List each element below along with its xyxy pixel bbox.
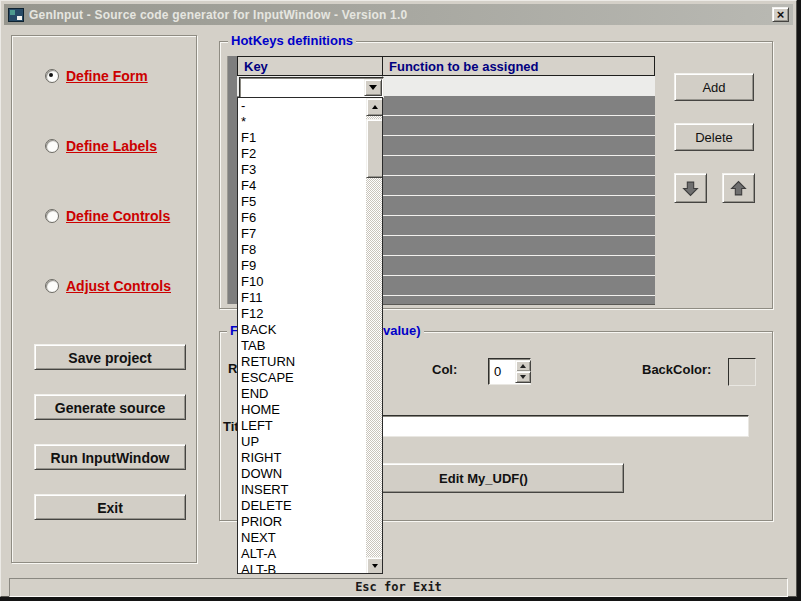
- scrollbar-down-button[interactable]: [366, 557, 383, 574]
- radio-define-labels[interactable]: Define Labels: [45, 138, 157, 154]
- window-title: GenInput - Source code generator for Inp…: [29, 8, 407, 22]
- grid-row-function-cell[interactable]: [382, 76, 655, 96]
- app-window: GenInput - Source code generator for Inp…: [0, 0, 797, 597]
- col-spinner-value: 0: [491, 361, 501, 382]
- title-bar[interactable]: GenInput - Source code generator for Inp…: [4, 4, 793, 25]
- dropdown-item[interactable]: ALT-A: [238, 546, 382, 562]
- scrollbar-thumb[interactable]: [366, 119, 383, 178]
- spinner-down-icon: [520, 375, 526, 382]
- scroll-up-icon: [372, 102, 378, 109]
- close-button[interactable]: ×: [772, 7, 789, 22]
- key-dropdown-list: -*F1F2F3F4F5F6F7F8F9F10F11F12BACKTABRETU…: [237, 97, 383, 574]
- dropdown-item[interactable]: F3: [238, 162, 382, 178]
- radio-label: Define Labels: [66, 138, 157, 154]
- run-inputwindow-button[interactable]: Run InputWindow: [34, 444, 186, 470]
- radio-icon[interactable]: [45, 69, 59, 83]
- backcolor-swatch[interactable]: [728, 358, 756, 386]
- radio-label: Adjust Controls: [66, 278, 171, 294]
- exit-button[interactable]: Exit: [34, 494, 186, 520]
- dropdown-item[interactable]: F5: [238, 194, 382, 210]
- scroll-down-icon: [372, 564, 378, 571]
- radio-label: Define Form: [66, 68, 148, 84]
- dropdown-item[interactable]: RIGHT: [238, 450, 382, 466]
- col-spinner[interactable]: 0: [488, 358, 531, 385]
- key-combobox[interactable]: [239, 77, 384, 98]
- arrow-up-icon: [730, 180, 747, 197]
- generate-source-button[interactable]: Generate source: [34, 394, 186, 420]
- dropdown-item[interactable]: DELETE: [238, 498, 382, 514]
- dropdown-item[interactable]: TAB: [238, 338, 382, 354]
- radio-adjust-controls[interactable]: Adjust Controls: [45, 278, 171, 294]
- move-down-button[interactable]: [674, 173, 707, 203]
- grid-header-function: Function to be assigned: [382, 56, 655, 76]
- dropdown-item[interactable]: NEXT: [238, 530, 382, 546]
- scrollbar-up-button[interactable]: [366, 98, 383, 116]
- backcolor-label: BackColor:: [642, 362, 711, 377]
- dropdown-item[interactable]: F2: [238, 146, 382, 162]
- dropdown-item[interactable]: UP: [238, 434, 382, 450]
- radio-icon[interactable]: [45, 139, 59, 153]
- dropdown-item[interactable]: DOWN: [238, 466, 382, 482]
- dropdown-item[interactable]: BACK: [238, 322, 382, 338]
- dropdown-item[interactable]: F4: [238, 178, 382, 194]
- radio-define-form[interactable]: Define Form: [45, 68, 148, 84]
- move-up-button[interactable]: [722, 173, 755, 203]
- dropdown-scrollbar[interactable]: [366, 98, 382, 573]
- delete-button[interactable]: Delete: [674, 123, 754, 151]
- col-label: Col:: [432, 362, 457, 377]
- dropdown-item[interactable]: END: [238, 386, 382, 402]
- dropdown-item[interactable]: F1: [238, 130, 382, 146]
- edit-udf-button[interactable]: Edit My_UDF(): [343, 463, 624, 493]
- spinner-up-icon: [520, 361, 526, 368]
- combobox-dropdown-button[interactable]: [364, 79, 382, 96]
- radio-icon[interactable]: [45, 279, 59, 293]
- dropdown-item[interactable]: HOME: [238, 402, 382, 418]
- dropdown-item[interactable]: RETURN: [238, 354, 382, 370]
- dropdown-item[interactable]: -: [238, 98, 382, 114]
- dropdown-item[interactable]: F9: [238, 258, 382, 274]
- dropdown-item[interactable]: F7: [238, 226, 382, 242]
- status-bar: Esc for Exit: [9, 578, 788, 597]
- dropdown-item[interactable]: F8: [238, 242, 382, 258]
- dropdown-item[interactable]: ESCAPE: [238, 370, 382, 386]
- dropdown-item[interactable]: ALT-B: [238, 562, 382, 574]
- add-button[interactable]: Add: [674, 73, 754, 101]
- grid-header-key: Key: [237, 56, 383, 76]
- form-group-title-right: value): [380, 323, 424, 338]
- dropdown-item[interactable]: LEFT: [238, 418, 382, 434]
- radio-define-controls[interactable]: Define Controls: [45, 208, 170, 224]
- dropdown-item[interactable]: INSERT: [238, 482, 382, 498]
- dropdown-item[interactable]: F12: [238, 306, 382, 322]
- radio-label: Define Controls: [66, 208, 170, 224]
- app-icon: [8, 8, 24, 22]
- close-icon: ×: [777, 7, 785, 22]
- dropdown-items: -*F1F2F3F4F5F6F7F8F9F10F11F12BACKTABRETU…: [238, 98, 382, 574]
- dropdown-item[interactable]: F10: [238, 274, 382, 290]
- chevron-down-icon: [369, 85, 377, 94]
- hotkeys-group-title: HotKeys definitions: [228, 33, 356, 48]
- spinner-down-button[interactable]: [515, 371, 531, 383]
- dropdown-item[interactable]: F6: [238, 210, 382, 226]
- dropdown-item[interactable]: F11: [238, 290, 382, 306]
- arrow-down-icon: [682, 180, 699, 197]
- dropdown-item[interactable]: *: [238, 114, 382, 130]
- radio-icon[interactable]: [45, 209, 59, 223]
- save-project-button[interactable]: Save project: [34, 344, 186, 370]
- sidebar-panel: Define FormDefine LabelsDefine ControlsA…: [11, 35, 197, 563]
- dropdown-item[interactable]: PRIOR: [238, 514, 382, 530]
